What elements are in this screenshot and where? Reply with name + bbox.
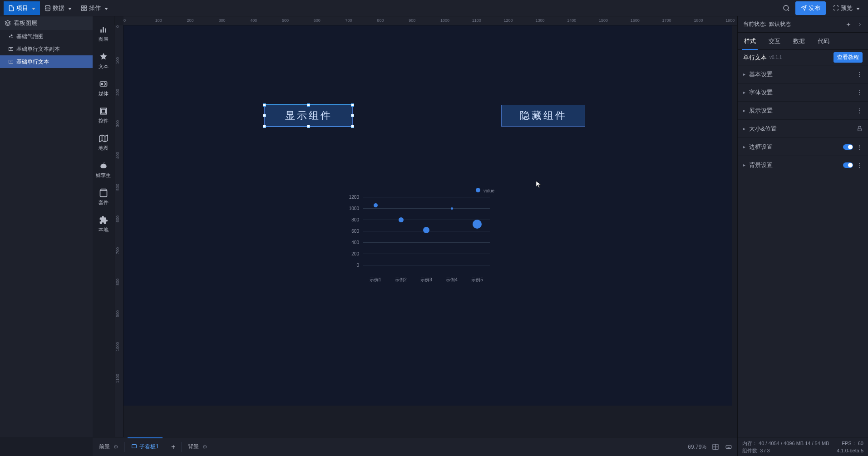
prop-group[interactable]: ▸基本设置⋮ <box>738 65 868 83</box>
tab-foreground[interactable]: 前景 ⚙ <box>93 437 125 456</box>
comp-category-local[interactable]: 本地 <box>93 211 114 238</box>
tab-background[interactable]: 背景 ⚙ <box>182 437 214 456</box>
prop-group[interactable]: ▸大小&位置 <box>738 120 868 138</box>
chevron-down-icon <box>30 5 35 11</box>
tab-subboard[interactable]: 子看板1 <box>125 437 165 456</box>
svg-point-5 <box>784 5 789 10</box>
canvas-viewport[interactable]: 显示组件 隐藏组件 va <box>123 25 737 437</box>
keyboard-icon[interactable] <box>725 444 733 450</box>
control-icon <box>99 107 108 116</box>
prop-tab[interactable]: 代码 <box>811 33 836 50</box>
resize-handle-se[interactable] <box>351 125 354 128</box>
preview-button[interactable]: 预览 <box>829 1 864 15</box>
chevron-right-icon: ▸ <box>743 90 745 95</box>
toggle-switch[interactable] <box>843 162 853 168</box>
resize-handle-sw[interactable] <box>263 125 266 128</box>
prop-group[interactable]: ▸展示设置⋮ <box>738 102 868 120</box>
suite-icon <box>99 188 108 197</box>
chevron-down-icon <box>103 5 108 11</box>
toggle-switch[interactable] <box>843 144 853 150</box>
more-icon[interactable]: ⋮ <box>857 162 863 168</box>
chevron-right-icon: ▸ <box>743 72 745 77</box>
ruler-horizontal: 0100200300400500600700800900100011001200… <box>123 16 737 25</box>
media-icon <box>99 79 108 88</box>
prop-group-label: 边框设置 <box>749 143 773 151</box>
gear-icon[interactable]: ⚙ <box>113 444 118 450</box>
svg-point-23 <box>101 83 103 84</box>
resize-handle-w[interactable] <box>263 114 266 117</box>
comp-category-chart[interactable]: 图表 <box>93 20 114 47</box>
comp-category-media[interactable]: 媒体 <box>93 74 114 102</box>
legend-dot-icon <box>476 188 480 192</box>
comp-category-whale[interactable]: 鲸孪生 <box>93 156 114 183</box>
prop-group-label: 大小&位置 <box>749 125 777 133</box>
svg-point-11 <box>11 34 13 36</box>
add-state-button[interactable] <box>845 21 852 28</box>
comp-count-label: 组件数: <box>742 448 760 453</box>
prop-tab[interactable]: 交互 <box>762 33 787 50</box>
comp-category-text[interactable]: 文本 <box>93 47 114 74</box>
svg-rect-1 <box>82 5 84 7</box>
comp-category-label: 地图 <box>99 145 108 152</box>
tutorial-button[interactable]: 查看教程 <box>833 52 863 63</box>
prop-group[interactable]: ▸字体设置⋮ <box>738 83 868 102</box>
bubble-point <box>473 220 482 229</box>
component-title-row: 单行文本 v0.1.1 查看教程 <box>738 50 868 65</box>
comp-category-control[interactable]: 控件 <box>93 102 114 129</box>
menu-project-label: 项目 <box>16 4 28 12</box>
publish-label: 发布 <box>809 4 820 12</box>
memory-value: 40 / 4054 / 4096 MB 14 / 54 MB <box>759 441 829 446</box>
prop-group[interactable]: ▸边框设置⋮ <box>738 138 868 156</box>
menu-data[interactable]: 数据 <box>40 1 76 15</box>
bubble-chart[interactable]: value 020040060080010001200示例1示例2示例3示例4示… <box>354 188 494 288</box>
prop-group[interactable]: ▸背景设置⋮ <box>738 156 868 174</box>
resize-handle-s[interactable] <box>307 125 310 128</box>
widget-hide-label: 隐藏组件 <box>520 109 567 123</box>
chart-icon <box>99 25 108 34</box>
text-icon <box>8 46 14 52</box>
more-icon[interactable]: ⋮ <box>857 107 863 114</box>
board-icon <box>131 444 137 450</box>
publish-button[interactable]: 发布 <box>795 1 826 15</box>
comp-count-value: 3 / 3 <box>760 448 769 453</box>
menu-data-label: 数据 <box>53 4 64 12</box>
layers-icon <box>5 20 11 26</box>
more-icon[interactable]: ⋮ <box>857 71 863 78</box>
comp-category-suite[interactable]: 套件 <box>93 183 114 211</box>
resize-handle-ne[interactable] <box>351 103 354 107</box>
layer-item[interactable]: 基础单行文本 <box>0 55 93 68</box>
prop-tab[interactable]: 样式 <box>738 33 762 50</box>
layer-item[interactable]: 基础单行文本副本 <box>0 43 93 55</box>
widget-show[interactable]: 显示组件 <box>264 105 353 127</box>
layer-item[interactable]: 基础气泡图 <box>0 30 93 43</box>
menu-operate[interactable]: 操作 <box>76 1 113 15</box>
search-icon[interactable] <box>783 5 790 12</box>
local-icon <box>99 216 108 225</box>
svg-line-6 <box>788 10 789 11</box>
prop-group-label: 字体设置 <box>749 88 773 97</box>
chevron-right-icon[interactable] <box>857 22 863 27</box>
svg-rect-4 <box>82 9 84 10</box>
resize-handle-e[interactable] <box>351 114 354 117</box>
whale-icon <box>99 161 108 170</box>
grid-icon <box>81 5 87 11</box>
comp-category-map[interactable]: 地图 <box>93 129 114 156</box>
resize-handle-n[interactable] <box>307 103 310 107</box>
more-icon[interactable]: ⋮ <box>857 89 863 96</box>
add-tab-button[interactable]: + <box>165 437 182 456</box>
lock-icon[interactable] <box>857 126 863 132</box>
canvas[interactable]: 显示组件 隐藏组件 va <box>123 25 732 406</box>
menu-project[interactable]: 项目 <box>4 1 40 15</box>
canvas-area: 0100200300400500600700800900100011001200… <box>114 16 737 437</box>
component-toolbar: 图表文本媒体控件地图鲸孪生套件本地 <box>93 16 114 437</box>
gear-icon[interactable]: ⚙ <box>202 444 207 450</box>
layer-item-label: 基础气泡图 <box>16 33 44 40</box>
fit-screen-icon[interactable] <box>712 443 719 451</box>
comp-category-label: 本地 <box>99 226 108 233</box>
svg-marker-26 <box>99 135 107 142</box>
prop-tab[interactable]: 数据 <box>787 33 811 50</box>
more-icon[interactable]: ⋮ <box>857 143 863 150</box>
tab-subboard-label: 子看板1 <box>139 443 159 451</box>
widget-hide[interactable]: 隐藏组件 <box>501 105 585 127</box>
resize-handle-nw[interactable] <box>263 103 266 107</box>
